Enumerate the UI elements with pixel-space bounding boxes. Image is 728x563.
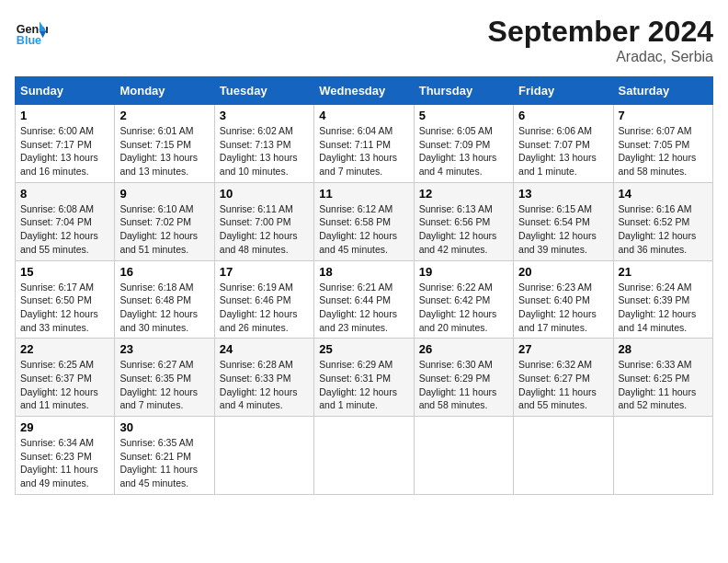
calendar-cell	[314, 417, 414, 495]
day-number: 28	[619, 342, 708, 356]
calendar-cell: 3Sunrise: 6:02 AM Sunset: 7:13 PM Daylig…	[214, 105, 313, 183]
calendar-cell: 18Sunrise: 6:21 AM Sunset: 6:44 PM Dayli…	[314, 260, 414, 339]
day-number: 16	[119, 265, 209, 279]
logo-icon: General Blue	[15, 15, 48, 48]
calendar-cell: 6Sunrise: 6:06 AM Sunset: 7:07 PM Daylig…	[514, 105, 613, 183]
day-number: 13	[518, 187, 608, 201]
day-info: Sunrise: 6:19 AM Sunset: 6:46 PM Dayligh…	[220, 281, 309, 335]
calendar-week-row: 22Sunrise: 6:25 AM Sunset: 6:37 PM Dayli…	[16, 339, 713, 417]
calendar-cell: 4Sunrise: 6:04 AM Sunset: 7:11 PM Daylig…	[314, 105, 414, 183]
day-info: Sunrise: 6:13 AM Sunset: 6:56 PM Dayligh…	[419, 202, 508, 257]
day-info: Sunrise: 6:02 AM Sunset: 7:13 PM Dayligh…	[220, 124, 309, 178]
day-info: Sunrise: 6:12 AM Sunset: 6:58 PM Dayligh…	[319, 202, 408, 257]
day-info: Sunrise: 6:28 AM Sunset: 6:33 PM Dayligh…	[220, 358, 309, 412]
day-info: Sunrise: 6:24 AM Sunset: 6:39 PM Dayligh…	[619, 281, 708, 335]
day-number: 4	[319, 109, 408, 122]
calendar-cell	[414, 417, 513, 495]
calendar-cell: 16Sunrise: 6:18 AM Sunset: 6:48 PM Dayli…	[115, 260, 214, 339]
calendar-week-row: 1Sunrise: 6:00 AM Sunset: 7:17 PM Daylig…	[16, 105, 713, 183]
day-info: Sunrise: 6:34 AM Sunset: 6:23 PM Dayligh…	[20, 436, 109, 490]
calendar-cell: 13Sunrise: 6:15 AM Sunset: 6:54 PM Dayli…	[514, 182, 613, 260]
day-info: Sunrise: 6:18 AM Sunset: 6:48 PM Dayligh…	[119, 281, 209, 335]
day-number: 24	[220, 342, 309, 356]
calendar-cell: 1Sunrise: 6:00 AM Sunset: 7:17 PM Daylig…	[16, 105, 115, 183]
weekday-header-thursday: Thursday	[414, 77, 513, 105]
day-number: 19	[419, 265, 508, 279]
title-area: September 2024 Aradac, Serbia	[488, 15, 713, 65]
day-info: Sunrise: 6:17 AM Sunset: 6:50 PM Dayligh…	[20, 281, 109, 335]
month-title: September 2024	[488, 15, 713, 49]
calendar-cell: 25Sunrise: 6:29 AM Sunset: 6:31 PM Dayli…	[314, 339, 414, 417]
calendar-week-row: 15Sunrise: 6:17 AM Sunset: 6:50 PM Dayli…	[16, 260, 713, 339]
day-number: 21	[619, 265, 708, 279]
svg-text:Blue: Blue	[17, 34, 41, 47]
calendar-cell: 23Sunrise: 6:27 AM Sunset: 6:35 PM Dayli…	[115, 339, 214, 417]
day-info: Sunrise: 6:29 AM Sunset: 6:31 PM Dayligh…	[319, 358, 408, 412]
calendar-cell: 26Sunrise: 6:30 AM Sunset: 6:29 PM Dayli…	[414, 339, 513, 417]
weekday-header-row: SundayMondayTuesdayWednesdayThursdayFrid…	[16, 77, 713, 105]
day-number: 12	[419, 187, 508, 201]
day-number: 14	[619, 187, 708, 201]
day-info: Sunrise: 6:05 AM Sunset: 7:09 PM Dayligh…	[419, 124, 508, 178]
day-info: Sunrise: 6:25 AM Sunset: 6:37 PM Dayligh…	[20, 358, 109, 412]
weekday-header-friday: Friday	[514, 77, 613, 105]
calendar-cell: 2Sunrise: 6:01 AM Sunset: 7:15 PM Daylig…	[115, 105, 214, 183]
calendar-cell: 20Sunrise: 6:23 AM Sunset: 6:40 PM Dayli…	[514, 260, 613, 339]
calendar-cell: 5Sunrise: 6:05 AM Sunset: 7:09 PM Daylig…	[414, 105, 513, 183]
day-info: Sunrise: 6:16 AM Sunset: 6:52 PM Dayligh…	[619, 202, 708, 257]
calendar-cell: 11Sunrise: 6:12 AM Sunset: 6:58 PM Dayli…	[314, 182, 414, 260]
calendar-week-row: 29Sunrise: 6:34 AM Sunset: 6:23 PM Dayli…	[16, 417, 713, 495]
calendar-cell: 28Sunrise: 6:33 AM Sunset: 6:25 PM Dayli…	[613, 339, 712, 417]
day-info: Sunrise: 6:06 AM Sunset: 7:07 PM Dayligh…	[518, 124, 608, 178]
calendar-cell: 30Sunrise: 6:35 AM Sunset: 6:21 PM Dayli…	[115, 417, 214, 495]
day-number: 27	[518, 342, 608, 356]
day-number: 2	[119, 109, 209, 122]
calendar-cell: 17Sunrise: 6:19 AM Sunset: 6:46 PM Dayli…	[214, 260, 313, 339]
day-number: 1	[20, 109, 109, 122]
day-number: 30	[119, 420, 209, 434]
day-info: Sunrise: 6:07 AM Sunset: 7:05 PM Dayligh…	[619, 124, 708, 178]
day-info: Sunrise: 6:27 AM Sunset: 6:35 PM Dayligh…	[119, 358, 209, 412]
day-number: 22	[20, 342, 109, 356]
calendar-cell	[214, 417, 313, 495]
day-number: 29	[20, 420, 109, 434]
day-number: 20	[518, 265, 608, 279]
day-info: Sunrise: 6:00 AM Sunset: 7:17 PM Dayligh…	[20, 124, 109, 178]
day-info: Sunrise: 6:21 AM Sunset: 6:44 PM Dayligh…	[319, 281, 408, 335]
location-title: Aradac, Serbia	[488, 49, 713, 65]
day-number: 9	[119, 187, 209, 201]
day-info: Sunrise: 6:33 AM Sunset: 6:25 PM Dayligh…	[619, 358, 708, 412]
day-number: 7	[619, 109, 708, 122]
calendar-cell: 10Sunrise: 6:11 AM Sunset: 7:00 PM Dayli…	[214, 182, 313, 260]
day-info: Sunrise: 6:11 AM Sunset: 7:00 PM Dayligh…	[220, 202, 309, 257]
day-info: Sunrise: 6:23 AM Sunset: 6:40 PM Dayligh…	[518, 281, 608, 335]
day-number: 11	[319, 187, 408, 201]
day-info: Sunrise: 6:04 AM Sunset: 7:11 PM Dayligh…	[319, 124, 408, 178]
day-number: 18	[319, 265, 408, 279]
day-info: Sunrise: 6:01 AM Sunset: 7:15 PM Dayligh…	[119, 124, 209, 178]
weekday-header-sunday: Sunday	[16, 77, 115, 105]
day-info: Sunrise: 6:15 AM Sunset: 6:54 PM Dayligh…	[518, 202, 608, 257]
calendar-table: SundayMondayTuesdayWednesdayThursdayFrid…	[15, 76, 713, 495]
day-info: Sunrise: 6:32 AM Sunset: 6:27 PM Dayligh…	[518, 358, 608, 412]
calendar-cell: 19Sunrise: 6:22 AM Sunset: 6:42 PM Dayli…	[414, 260, 513, 339]
weekday-header-saturday: Saturday	[613, 77, 712, 105]
calendar-cell: 21Sunrise: 6:24 AM Sunset: 6:39 PM Dayli…	[613, 260, 712, 339]
weekday-header-wednesday: Wednesday	[314, 77, 414, 105]
page-header: General Blue September 2024 Aradac, Serb…	[15, 15, 713, 65]
calendar-cell: 22Sunrise: 6:25 AM Sunset: 6:37 PM Dayli…	[16, 339, 115, 417]
day-info: Sunrise: 6:35 AM Sunset: 6:21 PM Dayligh…	[119, 436, 209, 490]
calendar-cell: 15Sunrise: 6:17 AM Sunset: 6:50 PM Dayli…	[16, 260, 115, 339]
day-number: 10	[220, 187, 309, 201]
calendar-cell: 12Sunrise: 6:13 AM Sunset: 6:56 PM Dayli…	[414, 182, 513, 260]
calendar-cell: 9Sunrise: 6:10 AM Sunset: 7:02 PM Daylig…	[115, 182, 214, 260]
day-number: 6	[518, 109, 608, 122]
day-info: Sunrise: 6:22 AM Sunset: 6:42 PM Dayligh…	[419, 281, 508, 335]
day-number: 25	[319, 342, 408, 356]
weekday-header-tuesday: Tuesday	[214, 77, 313, 105]
calendar-cell: 14Sunrise: 6:16 AM Sunset: 6:52 PM Dayli…	[613, 182, 712, 260]
day-number: 15	[20, 265, 109, 279]
calendar-week-row: 8Sunrise: 6:08 AM Sunset: 7:04 PM Daylig…	[16, 182, 713, 260]
day-number: 23	[119, 342, 209, 356]
day-number: 8	[20, 187, 109, 201]
